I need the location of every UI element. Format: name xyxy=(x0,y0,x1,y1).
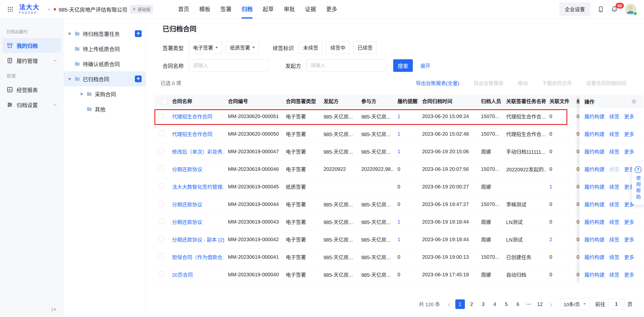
row-action-performance-build[interactable]: 履约构建 xyxy=(584,201,605,208)
add-folder-button[interactable]: + xyxy=(135,76,142,82)
row-action-renew[interactable]: 续签 xyxy=(609,113,619,120)
row-action-renew[interactable]: 续签 xyxy=(609,218,619,226)
sidebar-item-archive-settings[interactable]: 归档设置 xyxy=(3,97,61,112)
company-switcher[interactable]: 985-天亿房地产评估有限公司 基础版 xyxy=(47,5,153,14)
initiator-input[interactable] xyxy=(306,59,386,72)
row-action-renew[interactable]: 续签 xyxy=(609,183,619,190)
nav-tab-templates[interactable]: 模板 xyxy=(194,0,215,19)
row-action-performance-build[interactable]: 履约构建 xyxy=(584,271,605,278)
row-action-more[interactable]: 更多 xyxy=(624,236,634,243)
row-action-renew[interactable]: 续签 xyxy=(609,271,619,278)
toolbar-action-download-contract-files[interactable]: 下载合同文件 xyxy=(542,79,572,87)
filter-option-not-renewed[interactable]: 未续签 xyxy=(299,41,323,54)
row-action-more[interactable]: 更多 xyxy=(624,253,634,261)
row-action-performance-build[interactable]: 履约构建 xyxy=(584,253,605,261)
row-action-renew[interactable]: 续签 xyxy=(609,148,619,155)
nav-tab-more[interactable]: 更多 xyxy=(321,0,342,19)
row-action-performance-build[interactable]: 履约构建 xyxy=(584,148,605,155)
help-widget[interactable]: ? 使用帮助 xyxy=(632,163,644,205)
row-action-performance-build[interactable]: 履约构建 xyxy=(584,183,605,190)
row-checkbox[interactable] xyxy=(158,201,164,206)
contract-name-input[interactable] xyxy=(189,59,269,72)
row-action-renew[interactable]: 续签 xyxy=(609,253,619,261)
row-checkbox[interactable] xyxy=(158,183,164,189)
tree-node-pending-sign-tasks[interactable]: 待归档签署任务+ xyxy=(64,26,146,41)
row-action-performance-build[interactable]: 履约构建 xyxy=(584,218,605,226)
goto-page-input[interactable] xyxy=(608,299,624,310)
expand-filters-link[interactable]: 展开 xyxy=(420,62,430,69)
contract-name-link[interactable]: 分期还款协议 - 副本 (2) xyxy=(169,236,224,243)
row-action-renew[interactable]: 续签 xyxy=(609,201,619,208)
nav-tab-home[interactable]: 首页 xyxy=(173,0,194,19)
sidebar-item-performance-management[interactable]: 履约管理 xyxy=(3,53,61,68)
tree-node-pending-upload-paper[interactable]: 待上传纸质合同 xyxy=(64,41,146,56)
pagination-prev[interactable]: ‹ xyxy=(445,300,453,309)
sidebar-item-business-report[interactable]: 经营报表 xyxy=(3,82,61,97)
select-all-checkbox[interactable] xyxy=(162,99,167,104)
row-action-renew[interactable]: 续签 xyxy=(609,130,619,138)
pagination-page-2[interactable]: 2 xyxy=(467,299,476,309)
toolbar-action-move[interactable]: 移动 xyxy=(518,79,528,87)
fadada-logo[interactable]: 法大大 FADADA xyxy=(19,4,39,14)
toolbar-action-export-full-ledger[interactable]: 导出台账报表(全量) xyxy=(416,79,459,87)
search-button[interactable]: 搜索 xyxy=(393,59,413,72)
toolbar-action-set-expiry-time[interactable]: 设置合同到期时间 xyxy=(586,79,626,87)
row-action-performance-build[interactable]: 履约构建 xyxy=(584,236,605,243)
nav-tab-approval[interactable]: 审批 xyxy=(279,0,300,19)
row-checkbox[interactable] xyxy=(158,131,164,136)
gear-icon[interactable] xyxy=(631,98,637,104)
row-checkbox[interactable] xyxy=(158,271,164,277)
pagination-page-3[interactable]: 3 xyxy=(478,299,488,309)
tree-node-others[interactable]: 其他 xyxy=(64,101,146,117)
row-action-renew[interactable]: 续签 xyxy=(609,236,619,243)
nav-tab-draft[interactable]: 起草 xyxy=(258,0,279,19)
contract-name-link[interactable]: 分期还款协议 xyxy=(169,218,224,226)
filter-option-electronic-sign[interactable]: 电子签署 xyxy=(189,41,222,54)
tree-node-pending-confirm-paper[interactable]: 待确认纸质合同 xyxy=(64,56,146,71)
tree-node-purchase-contracts[interactable]: 采购合同 xyxy=(64,86,146,101)
contract-name-link[interactable]: 修改后（单次）彩妆秀... xyxy=(169,148,224,155)
row-action-more[interactable]: 更多 xyxy=(624,271,634,278)
performance-reminder[interactable]: 1 xyxy=(394,219,419,225)
mobile-device-icon[interactable] xyxy=(597,6,604,13)
row-action-performance-build[interactable]: 履约构建 xyxy=(584,130,605,138)
row-action-more[interactable]: 更多 xyxy=(624,130,634,138)
row-action-more[interactable]: 更多 xyxy=(624,218,634,226)
row-action-more[interactable]: 更多 xyxy=(624,148,634,155)
filter-option-renewed[interactable]: 已续签 xyxy=(353,41,377,54)
filter-option-renewing[interactable]: 续签中 xyxy=(326,41,350,54)
performance-reminder[interactable]: 1 xyxy=(394,114,419,119)
pagination-page-5[interactable]: 5 xyxy=(502,299,511,309)
contract-name-link[interactable]: 分期还款协议 xyxy=(169,201,224,208)
pagination-page-12[interactable]: 12 xyxy=(535,299,545,309)
row-checkbox[interactable] xyxy=(158,236,164,242)
tree-arrow-icon[interactable] xyxy=(69,77,71,81)
performance-reminder[interactable]: 1 xyxy=(394,131,419,137)
row-checkbox[interactable] xyxy=(158,166,164,171)
row-checkbox[interactable] xyxy=(158,219,164,224)
performance-reminder[interactable]: 1 xyxy=(394,237,419,242)
pagination-page-4[interactable]: 4 xyxy=(490,299,500,309)
contract-name-link[interactable]: 20页合同 xyxy=(169,271,224,278)
row-checkbox[interactable] xyxy=(158,254,164,259)
apps-grid-icon[interactable] xyxy=(7,6,14,13)
related-files-count[interactable]: 1 xyxy=(546,184,573,190)
nav-tab-archive[interactable]: 归档 xyxy=(236,0,258,19)
pagination-next[interactable]: › xyxy=(547,300,555,309)
pagination-page-1[interactable]: 1 xyxy=(455,299,465,309)
contract-name-link[interactable]: 代理招生合作合同 xyxy=(169,113,224,120)
row-action-performance-build[interactable]: 履约构建 xyxy=(584,113,605,120)
row-checkbox[interactable] xyxy=(158,148,164,154)
contract-name-link[interactable]: 法大大数智化签约管理... xyxy=(169,183,224,190)
tree-node-archived-contracts[interactable]: 已归档合同+ xyxy=(64,71,146,86)
sidebar-item-my-archive[interactable]: 我的归档 xyxy=(3,38,61,53)
contract-name-link[interactable]: 担保合同（作为借款合... xyxy=(169,253,224,261)
pagination-page-6[interactable]: 6 xyxy=(513,299,523,309)
nav-tab-evidence[interactable]: 证据 xyxy=(300,0,321,19)
filter-option-paper-sign[interactable]: 纸质签署 xyxy=(226,41,259,54)
related-files-count[interactable]: 2 xyxy=(546,237,573,242)
tree-arrow-icon[interactable] xyxy=(81,92,83,96)
performance-reminder[interactable]: 1 xyxy=(394,149,419,154)
collapse-sidebar-icon[interactable] xyxy=(51,306,57,312)
add-folder-button[interactable]: + xyxy=(135,30,142,37)
